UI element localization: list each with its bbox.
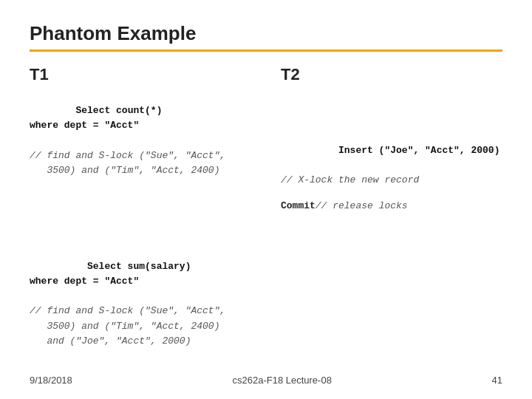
t1-column: T1 Select count(*) where dept = "Acct" /… [30,65,251,349]
slide-title: Phantom Example [30,22,196,44]
t1-select-sum-code: Select sum(salary) where dept = "Acct" [30,261,191,287]
t2-label: T2 [281,65,502,84]
title-bar: Phantom Example [30,22,502,52]
t2-insert-code: Insert ("Joe", "Acct", 2000) [281,129,502,173]
t2-column: T2 Insert ("Joe", "Acct", 2000) // X-loc… [266,65,502,349]
t1-comment1: // find and S-lock ("Sue", "Acct", 3500)… [30,149,251,178]
t2-commit-block: Commit// release locks [281,199,502,214]
t1-comment2: // find and S-lock ("Sue", "Acct", 3500)… [30,304,251,348]
footer: 9/18/2018 cs262a-F18 Lecture-08 41 [0,375,532,386]
footer-date: 9/18/2018 [30,375,72,386]
t2-xlock-comment: // X-lock the new record [281,173,502,188]
footer-course: cs262a-F18 Lecture-08 [232,375,331,386]
t1-select-code: Select count(*) where dept = "Acct" [30,105,162,131]
t1-code1: Select count(*) where dept = "Acct" [30,89,251,149]
footer-page: 41 [492,375,502,386]
content-area: T1 Select count(*) where dept = "Acct" /… [30,65,502,349]
t1-code2: Select sum(salary) where dept = "Acct" [30,245,251,304]
t2-insert-statement: Insert ("Joe", "Acct", 2000) [338,145,499,156]
t2-insert-block: Insert ("Joe", "Acct", 2000) // X-lock t… [281,129,502,214]
t1-label: T1 [30,65,251,84]
slide: Phantom Example T1 Select count(*) where… [0,0,532,399]
